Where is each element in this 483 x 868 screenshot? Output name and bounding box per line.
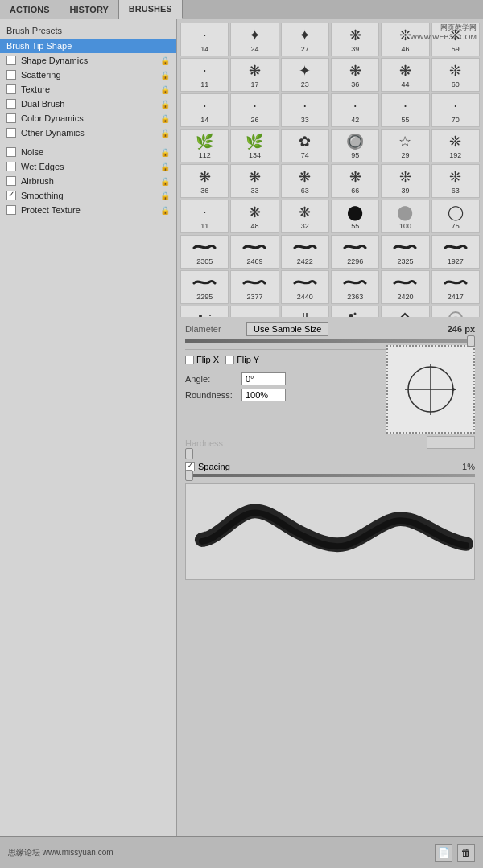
delete-brush-button[interactable]: 🗑: [457, 844, 475, 862]
diameter-slider[interactable]: [185, 339, 475, 343]
brush-cell-51[interactable]: 2500: [331, 306, 379, 317]
brush-cell-20[interactable]: ✿74: [281, 129, 329, 162]
texture-checkbox[interactable]: [6, 84, 16, 94]
brush-cell-16[interactable]: ·55: [381, 93, 429, 127]
brush-cell-1[interactable]: ✦24: [230, 23, 279, 56]
brush-cell-35[interactable]: ◯75: [431, 200, 480, 233]
brush-cell-23[interactable]: ❊192: [431, 129, 480, 162]
other-dynamics-checkbox[interactable]: [6, 128, 16, 138]
brush-item-shape-dynamics[interactable]: Shape Dynamics 🔒: [0, 53, 176, 68]
brush-size-26: 63: [301, 187, 309, 195]
brush-cell-53[interactable]: 1528: [431, 306, 480, 317]
svg-point-10: [354, 312, 357, 315]
brush-cell-29[interactable]: ❊63: [431, 164, 480, 198]
brush-cell-36[interactable]: 2305: [180, 235, 229, 269]
new-brush-button[interactable]: 📄: [435, 844, 452, 862]
brush-grid-container[interactable]: ·14✦24✦27❋39❊46❊59·11❋17✦23❋36❋44❊60·14·…: [177, 19, 483, 317]
brush-cell-45[interactable]: 2363: [331, 270, 379, 304]
brush-cell-19[interactable]: 🌿134: [230, 129, 279, 162]
spacing-slider-thumb[interactable]: [185, 470, 193, 481]
brush-cell-7[interactable]: ❋17: [230, 58, 279, 92]
scattering-checkbox[interactable]: [6, 70, 16, 80]
brush-cell-37[interactable]: 2469: [230, 235, 279, 269]
brush-cell-22[interactable]: ☆29: [381, 129, 429, 162]
brush-cell-30[interactable]: ·11: [180, 200, 229, 233]
brush-cell-39[interactable]: 2296: [331, 235, 379, 269]
brush-cell-8[interactable]: ✦23: [281, 58, 329, 92]
brush-cell-34[interactable]: ⬤100: [381, 200, 429, 233]
brush-cell-10[interactable]: ❋44: [381, 58, 429, 92]
brush-cell-44[interactable]: 2440: [281, 270, 329, 304]
brush-size-16: 55: [401, 116, 409, 124]
brush-cell-21[interactable]: 🔘95: [331, 129, 379, 162]
brush-item-smoothing[interactable]: Smoothing 🔒: [0, 188, 176, 203]
brush-cell-42[interactable]: 2295: [180, 270, 229, 304]
brush-cell-15[interactable]: ·42: [331, 93, 379, 127]
brush-cell-48[interactable]: 2500: [180, 306, 229, 317]
brush-cell-9[interactable]: ❋36: [331, 58, 379, 92]
brush-cell-46[interactable]: 2420: [381, 270, 429, 304]
tab-history[interactable]: HISTORY: [60, 0, 119, 19]
tab-actions[interactable]: ACTIONS: [0, 0, 60, 19]
brush-cell-41[interactable]: 1927: [431, 235, 480, 269]
wet-edges-checkbox[interactable]: [6, 162, 16, 171]
brush-cell-31[interactable]: ❋48: [230, 200, 279, 233]
brush-cell-2[interactable]: ✦27: [281, 23, 329, 56]
brush-cell-27[interactable]: ❋66: [331, 164, 379, 198]
protect-texture-checkbox[interactable]: [6, 205, 16, 215]
brush-item-protect-texture[interactable]: Protect Texture 🔒: [0, 203, 176, 217]
brush-cell-26[interactable]: ❋63: [281, 164, 329, 198]
brush-cell-13[interactable]: ·26: [230, 93, 279, 127]
tab-brushes[interactable]: BRUSHES: [119, 0, 183, 19]
spacing-slider[interactable]: [185, 474, 475, 477]
brush-cell-33[interactable]: ⬤55: [331, 200, 379, 233]
noise-checkbox[interactable]: [6, 147, 16, 157]
brush-cell-24[interactable]: ❋36: [180, 164, 229, 198]
brush-item-scattering[interactable]: Scattering 🔒: [0, 68, 176, 82]
brush-cell-11[interactable]: ❊60: [431, 58, 480, 92]
brush-item-color-dynamics[interactable]: Color Dynamics 🔒: [0, 111, 176, 125]
dual-brush-checkbox[interactable]: [6, 99, 16, 109]
color-dynamics-checkbox[interactable]: [6, 113, 16, 123]
airbrush-checkbox[interactable]: [6, 176, 16, 186]
brush-cell-50[interactable]: 2500: [281, 306, 329, 317]
brush-preview-6: ·: [192, 62, 217, 80]
brush-cell-18[interactable]: 🌿112: [180, 129, 229, 162]
flip-y-text: Flip Y: [237, 355, 259, 364]
flip-y-checkbox[interactable]: [225, 356, 234, 364]
brush-cell-17[interactable]: ·70: [431, 93, 480, 127]
brush-cell-52[interactable]: 2334: [381, 306, 429, 317]
flip-y-label[interactable]: Flip Y: [225, 355, 259, 364]
flip-x-label[interactable]: Flip X: [185, 355, 219, 364]
brush-cell-14[interactable]: ·33: [281, 93, 329, 127]
use-sample-button[interactable]: Use Sample Size: [246, 322, 328, 336]
brush-cell-0[interactable]: ·14: [180, 23, 229, 56]
brush-cell-6[interactable]: ·11: [180, 58, 229, 92]
brush-cell-47[interactable]: 2417: [431, 270, 480, 304]
brush-size-0: 14: [200, 45, 208, 53]
brush-item-noise[interactable]: Noise 🔒: [0, 145, 176, 159]
shape-dynamics-checkbox[interactable]: [6, 56, 16, 65]
brush-cell-49[interactable]: 2500: [230, 306, 279, 317]
brush-cell-40[interactable]: 2325: [381, 235, 429, 269]
brush-cell-38[interactable]: 2422: [281, 235, 329, 269]
brush-item-airbrush[interactable]: Airbrush 🔒: [0, 174, 176, 188]
brush-preview-39: [342, 239, 368, 257]
flip-x-checkbox[interactable]: [185, 356, 194, 364]
brush-cell-3[interactable]: ❋39: [331, 23, 379, 56]
brush-size-20: 74: [301, 151, 309, 159]
angle-input[interactable]: [242, 372, 286, 385]
smoothing-checkbox[interactable]: [6, 191, 16, 200]
brush-cell-12[interactable]: ·14: [180, 93, 229, 127]
brush-item-tip-shape[interactable]: Brush Tip Shape: [0, 39, 176, 53]
brush-cell-43[interactable]: 2377: [230, 270, 279, 304]
brush-item-texture[interactable]: Texture 🔒: [0, 82, 176, 97]
brush-item-dual-brush[interactable]: Dual Brush 🔒: [0, 97, 176, 111]
diameter-slider-thumb[interactable]: [467, 335, 475, 347]
brush-item-wet-edges[interactable]: Wet Edges 🔒: [0, 159, 176, 174]
roundness-input[interactable]: [242, 389, 286, 401]
brush-cell-28[interactable]: ❊39: [381, 164, 429, 198]
brush-item-other-dynamics[interactable]: Other Dynamics 🔒: [0, 125, 176, 140]
brush-cell-32[interactable]: ❋32: [281, 200, 329, 233]
brush-cell-25[interactable]: ❋33: [230, 164, 279, 198]
